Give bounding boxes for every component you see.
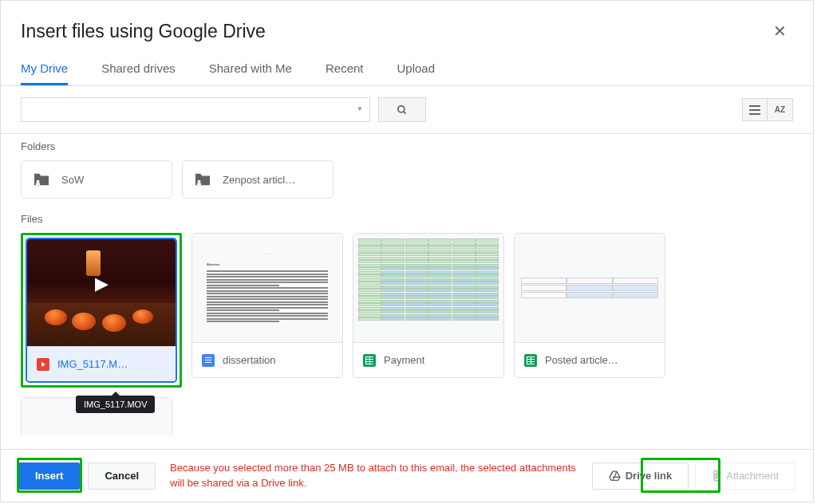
sheets-icon: [363, 354, 376, 367]
file-name: Posted article…: [545, 354, 618, 366]
folders-row: SoW Zenpost articl…: [21, 160, 793, 199]
folders-section-label: Folders: [21, 140, 793, 152]
drive-link-label: Drive link: [626, 470, 673, 482]
sort-az-icon: AZ: [775, 105, 785, 114]
svg-rect-3: [749, 109, 760, 111]
svg-rect-2: [749, 105, 760, 107]
file-card-payment[interactable]: Payment: [353, 233, 504, 378]
search-button[interactable]: [378, 97, 426, 122]
sheets-icon: [524, 354, 537, 367]
svg-point-7: [198, 180, 201, 183]
filename-tooltip: IMG_5117.MOV: [76, 396, 155, 413]
list-icon: [749, 105, 760, 115]
file-name: IMG_5117.M…: [57, 358, 128, 370]
video-preview: ▶: [27, 239, 176, 346]
folder-icon: [194, 172, 211, 187]
svg-point-5: [37, 180, 40, 183]
file-thumbnail: · · · Abstract: [192, 234, 342, 342]
search-input[interactable]: [21, 97, 370, 122]
file-footer: IMG_5117.M…: [27, 346, 176, 381]
file-footer: Payment: [353, 342, 503, 377]
file-thumbnail: [515, 234, 665, 342]
file-footer: Posted article…: [515, 342, 665, 377]
search-icon: [397, 104, 408, 116]
attachment-button[interactable]: Attachment: [695, 463, 795, 490]
folder-icon: [33, 172, 50, 187]
sheet-preview: [22, 431, 172, 435]
content-area: Folders SoW Zenpost articl… Files: [1, 134, 813, 435]
sheet-preview: [353, 234, 503, 342]
svg-line-1: [404, 111, 406, 113]
search-wrap: [21, 97, 426, 122]
file-footer: dissertation: [192, 342, 342, 377]
tab-upload[interactable]: Upload: [397, 53, 435, 85]
docs-icon: [202, 354, 215, 367]
file-name: dissertation: [223, 354, 275, 366]
attachment-icon: [712, 470, 721, 482]
file-name: Payment: [384, 354, 424, 366]
svg-rect-4: [749, 113, 760, 115]
tab-my-drive[interactable]: My Drive: [21, 53, 68, 85]
attachment-label: Attachment: [726, 470, 779, 482]
modal-title: Insert files using Google Drive: [21, 21, 266, 42]
tab-recent[interactable]: Recent: [326, 53, 364, 85]
selected-highlight: ▶ IMG_5117.M…: [21, 233, 182, 388]
svg-rect-8: [197, 183, 201, 186]
insert-files-modal: Insert files using Google Drive ✕ My Dri…: [0, 0, 814, 502]
folder-name: Zenpost articl…: [223, 174, 295, 186]
video-icon: [37, 358, 49, 371]
modal-header: Insert files using Google Drive ✕: [1, 1, 813, 53]
svg-point-0: [398, 105, 405, 112]
sort-button[interactable]: AZ: [768, 98, 793, 121]
files-section-label: Files: [21, 213, 793, 225]
footer-right: Drive link Attachment: [592, 463, 795, 490]
folder-zenpost[interactable]: Zenpost articl…: [182, 160, 334, 199]
file-thumbnail: ▶: [27, 239, 176, 346]
file-card-posted-article[interactable]: Posted article…: [514, 233, 665, 378]
tab-shared-with-me[interactable]: Shared with Me: [209, 53, 292, 85]
cancel-button[interactable]: Cancel: [88, 463, 156, 490]
folder-sow[interactable]: SoW: [21, 160, 172, 199]
sheet-preview: [515, 271, 665, 305]
document-preview: · · · Abstract: [192, 242, 342, 333]
file-thumbnail: [353, 234, 503, 342]
tabs-bar: My Drive Shared drives Shared with Me Re…: [1, 53, 813, 86]
folder-name: SoW: [61, 174, 84, 186]
modal-footer: Insert Cancel Because you selected more …: [1, 449, 813, 502]
view-controls: AZ: [742, 98, 793, 121]
svg-rect-6: [36, 183, 40, 186]
insert-button[interactable]: Insert: [18, 463, 80, 490]
close-button[interactable]: ✕: [767, 18, 793, 44]
list-view-button[interactable]: [742, 98, 768, 121]
tab-shared-drives[interactable]: Shared drives: [101, 53, 176, 85]
file-card-video[interactable]: ▶ IMG_5117.M…: [26, 238, 177, 383]
toolbar: AZ: [1, 86, 813, 134]
size-warning-text: Because you selected more than 25 MB to …: [170, 461, 577, 490]
play-icon: ▶: [95, 274, 109, 294]
drive-link-button[interactable]: Drive link: [592, 463, 689, 490]
drive-icon: [609, 471, 621, 481]
file-card-docs[interactable]: · · · Abstract dissertation: [191, 233, 343, 378]
